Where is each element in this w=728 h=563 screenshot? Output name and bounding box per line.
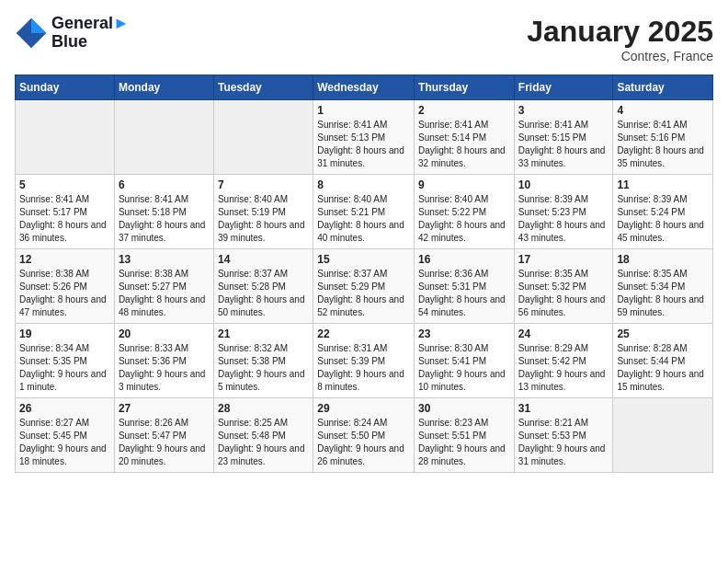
day-number: 11 (617, 178, 709, 191)
day-info: Sunrise: 8:41 AM Sunset: 5:18 PM Dayligh… (119, 193, 210, 245)
page-header: General► Blue January 2025 Contres, Fran… (15, 15, 713, 63)
calendar-cell: 30Sunrise: 8:23 AM Sunset: 5:51 PM Dayli… (415, 398, 515, 473)
days-header-row: SundayMondayTuesdayWednesdayThursdayFrid… (16, 75, 713, 100)
day-header-thursday: Thursday (415, 75, 515, 100)
day-info: Sunrise: 8:37 AM Sunset: 5:28 PM Dayligh… (218, 268, 309, 319)
calendar-cell: 12Sunrise: 8:38 AM Sunset: 5:26 PM Dayli… (16, 249, 115, 324)
day-number: 27 (119, 402, 210, 415)
day-number: 17 (518, 253, 609, 266)
day-number: 24 (518, 327, 609, 340)
day-info: Sunrise: 8:41 AM Sunset: 5:13 PM Dayligh… (317, 119, 410, 170)
calendar-cell (613, 398, 713, 473)
day-number: 15 (317, 253, 410, 266)
day-info: Sunrise: 8:23 AM Sunset: 5:51 PM Dayligh… (418, 417, 510, 468)
location: Contres, France (527, 49, 713, 63)
day-info: Sunrise: 8:40 AM Sunset: 5:22 PM Dayligh… (418, 193, 510, 245)
calendar-cell: 14Sunrise: 8:37 AM Sunset: 5:28 PM Dayli… (213, 249, 313, 324)
day-info: Sunrise: 8:32 AM Sunset: 5:38 PM Dayligh… (218, 342, 309, 394)
calendar-cell: 5Sunrise: 8:41 AM Sunset: 5:17 PM Daylig… (16, 175, 115, 249)
calendar-cell: 16Sunrise: 8:36 AM Sunset: 5:31 PM Dayli… (415, 249, 515, 324)
day-number: 3 (518, 104, 609, 117)
calendar-cell: 26Sunrise: 8:27 AM Sunset: 5:45 PM Dayli… (16, 398, 115, 473)
day-info: Sunrise: 8:24 AM Sunset: 5:50 PM Dayligh… (317, 417, 410, 468)
svg-marker-1 (31, 18, 46, 33)
day-info: Sunrise: 8:40 AM Sunset: 5:19 PM Dayligh… (218, 193, 309, 245)
day-info: Sunrise: 8:41 AM Sunset: 5:17 PM Dayligh… (19, 193, 110, 245)
day-number: 20 (119, 327, 210, 340)
day-info: Sunrise: 8:26 AM Sunset: 5:47 PM Dayligh… (119, 417, 210, 468)
logo: General► Blue (15, 15, 130, 52)
day-number: 30 (418, 402, 510, 415)
calendar-cell: 10Sunrise: 8:39 AM Sunset: 5:23 PM Dayli… (514, 175, 613, 249)
week-row-3: 12Sunrise: 8:38 AM Sunset: 5:26 PM Dayli… (16, 249, 713, 324)
calendar-cell: 7Sunrise: 8:40 AM Sunset: 5:19 PM Daylig… (213, 175, 313, 249)
day-number: 25 (617, 327, 709, 340)
day-info: Sunrise: 8:30 AM Sunset: 5:41 PM Dayligh… (418, 342, 510, 394)
calendar-cell: 4Sunrise: 8:41 AM Sunset: 5:16 PM Daylig… (613, 100, 713, 175)
calendar-cell: 13Sunrise: 8:38 AM Sunset: 5:27 PM Dayli… (114, 249, 213, 324)
day-number: 21 (218, 327, 309, 340)
day-number: 19 (19, 327, 110, 340)
day-number: 18 (617, 253, 709, 266)
day-header-wednesday: Wednesday (313, 75, 415, 100)
day-info: Sunrise: 8:21 AM Sunset: 5:53 PM Dayligh… (518, 417, 609, 468)
day-header-friday: Friday (514, 75, 613, 100)
calendar-cell: 22Sunrise: 8:31 AM Sunset: 5:39 PM Dayli… (313, 324, 415, 398)
month-title: January 2025 (527, 15, 713, 49)
calendar-cell: 21Sunrise: 8:32 AM Sunset: 5:38 PM Dayli… (213, 324, 313, 398)
calendar-cell (114, 100, 213, 175)
day-info: Sunrise: 8:41 AM Sunset: 5:15 PM Dayligh… (518, 119, 609, 170)
calendar-cell: 3Sunrise: 8:41 AM Sunset: 5:15 PM Daylig… (514, 100, 613, 175)
day-number: 6 (119, 178, 210, 191)
day-info: Sunrise: 8:35 AM Sunset: 5:32 PM Dayligh… (518, 268, 609, 319)
title-block: January 2025 Contres, France (527, 15, 713, 63)
calendar-cell: 9Sunrise: 8:40 AM Sunset: 5:22 PM Daylig… (415, 175, 515, 249)
day-info: Sunrise: 8:31 AM Sunset: 5:39 PM Dayligh… (317, 342, 410, 394)
calendar-cell: 19Sunrise: 8:34 AM Sunset: 5:35 PM Dayli… (16, 324, 115, 398)
day-number: 31 (518, 402, 609, 415)
logo-icon (15, 17, 48, 50)
day-number: 26 (19, 402, 110, 415)
day-info: Sunrise: 8:37 AM Sunset: 5:29 PM Dayligh… (317, 268, 410, 319)
day-info: Sunrise: 8:38 AM Sunset: 5:26 PM Dayligh… (19, 268, 110, 319)
calendar-cell: 18Sunrise: 8:35 AM Sunset: 5:34 PM Dayli… (613, 249, 713, 324)
day-info: Sunrise: 8:28 AM Sunset: 5:44 PM Dayligh… (617, 342, 709, 394)
day-header-tuesday: Tuesday (213, 75, 313, 100)
logo-text: General► Blue (51, 15, 130, 52)
day-number: 29 (317, 402, 410, 415)
day-header-monday: Monday (114, 75, 213, 100)
day-info: Sunrise: 8:39 AM Sunset: 5:24 PM Dayligh… (617, 193, 709, 245)
day-info: Sunrise: 8:27 AM Sunset: 5:45 PM Dayligh… (19, 417, 110, 468)
day-number: 2 (418, 104, 510, 117)
day-info: Sunrise: 8:34 AM Sunset: 5:35 PM Dayligh… (19, 342, 110, 394)
day-number: 22 (317, 327, 410, 340)
day-header-saturday: Saturday (613, 75, 713, 100)
calendar-cell (213, 100, 313, 175)
day-info: Sunrise: 8:35 AM Sunset: 5:34 PM Dayligh… (617, 268, 709, 319)
day-number: 13 (119, 253, 210, 266)
calendar-cell: 31Sunrise: 8:21 AM Sunset: 5:53 PM Dayli… (514, 398, 613, 473)
day-number: 14 (218, 253, 309, 266)
day-number: 8 (317, 178, 410, 191)
calendar-cell: 11Sunrise: 8:39 AM Sunset: 5:24 PM Dayli… (613, 175, 713, 249)
calendar-cell (16, 100, 115, 175)
calendar-cell: 28Sunrise: 8:25 AM Sunset: 5:48 PM Dayli… (213, 398, 313, 473)
day-number: 9 (418, 178, 510, 191)
calendar-cell: 1Sunrise: 8:41 AM Sunset: 5:13 PM Daylig… (313, 100, 415, 175)
day-number: 7 (218, 178, 309, 191)
calendar-cell: 27Sunrise: 8:26 AM Sunset: 5:47 PM Dayli… (114, 398, 213, 473)
day-info: Sunrise: 8:40 AM Sunset: 5:21 PM Dayligh… (317, 193, 410, 245)
day-info: Sunrise: 8:36 AM Sunset: 5:31 PM Dayligh… (418, 268, 510, 319)
day-info: Sunrise: 8:38 AM Sunset: 5:27 PM Dayligh… (119, 268, 210, 319)
day-number: 1 (317, 104, 410, 117)
day-number: 16 (418, 253, 510, 266)
day-info: Sunrise: 8:25 AM Sunset: 5:48 PM Dayligh… (218, 417, 309, 468)
day-info: Sunrise: 8:41 AM Sunset: 5:14 PM Dayligh… (418, 119, 510, 170)
calendar-cell: 20Sunrise: 8:33 AM Sunset: 5:36 PM Dayli… (114, 324, 213, 398)
day-number: 28 (218, 402, 309, 415)
day-number: 10 (518, 178, 609, 191)
calendar-cell: 15Sunrise: 8:37 AM Sunset: 5:29 PM Dayli… (313, 249, 415, 324)
week-row-1: 1Sunrise: 8:41 AM Sunset: 5:13 PM Daylig… (16, 100, 713, 175)
day-info: Sunrise: 8:41 AM Sunset: 5:16 PM Dayligh… (617, 119, 709, 170)
calendar-cell: 29Sunrise: 8:24 AM Sunset: 5:50 PM Dayli… (313, 398, 415, 473)
